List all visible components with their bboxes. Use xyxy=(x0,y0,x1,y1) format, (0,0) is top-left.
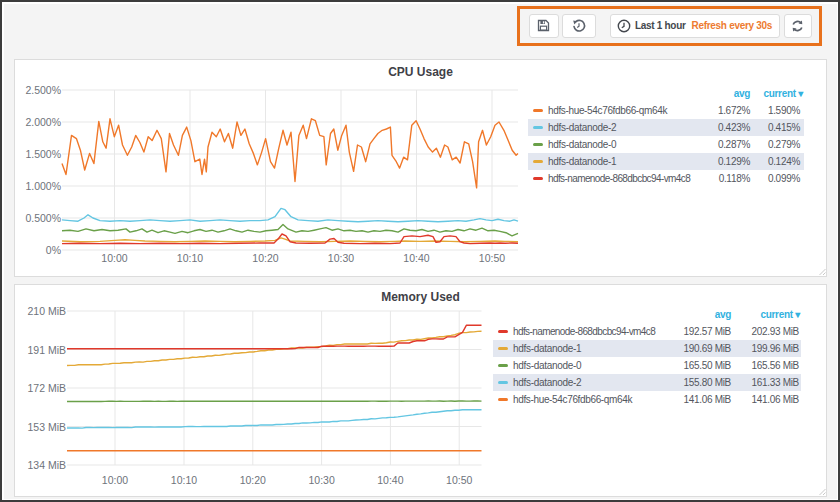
svg-text:10:00: 10:00 xyxy=(101,252,127,264)
svg-text:210 MiB: 210 MiB xyxy=(27,305,66,317)
svg-text:10:40: 10:40 xyxy=(403,252,429,264)
svg-text:2.000%: 2.000% xyxy=(25,116,61,128)
svg-text:10:30: 10:30 xyxy=(328,252,354,264)
svg-text:10:40: 10:40 xyxy=(377,474,403,486)
svg-text:10:50: 10:50 xyxy=(446,474,472,486)
svg-text:0%: 0% xyxy=(46,244,61,256)
svg-text:1.000%: 1.000% xyxy=(25,180,61,192)
svg-text:10:30: 10:30 xyxy=(308,474,334,486)
svg-text:2.500%: 2.500% xyxy=(25,84,61,96)
svg-text:10:20: 10:20 xyxy=(240,474,266,486)
svg-text:191 MiB: 191 MiB xyxy=(27,344,66,356)
svg-text:10:20: 10:20 xyxy=(252,252,278,264)
svg-text:134 MiB: 134 MiB xyxy=(27,459,66,471)
svg-text:172 MiB: 172 MiB xyxy=(27,382,66,394)
svg-text:10:00: 10:00 xyxy=(102,474,128,486)
svg-text:10:10: 10:10 xyxy=(177,252,203,264)
svg-text:0.500%: 0.500% xyxy=(25,212,61,224)
svg-text:10:10: 10:10 xyxy=(171,474,197,486)
svg-text:10:50: 10:50 xyxy=(479,252,505,264)
svg-text:153 MiB: 153 MiB xyxy=(27,421,66,433)
svg-text:1.500%: 1.500% xyxy=(25,148,61,160)
